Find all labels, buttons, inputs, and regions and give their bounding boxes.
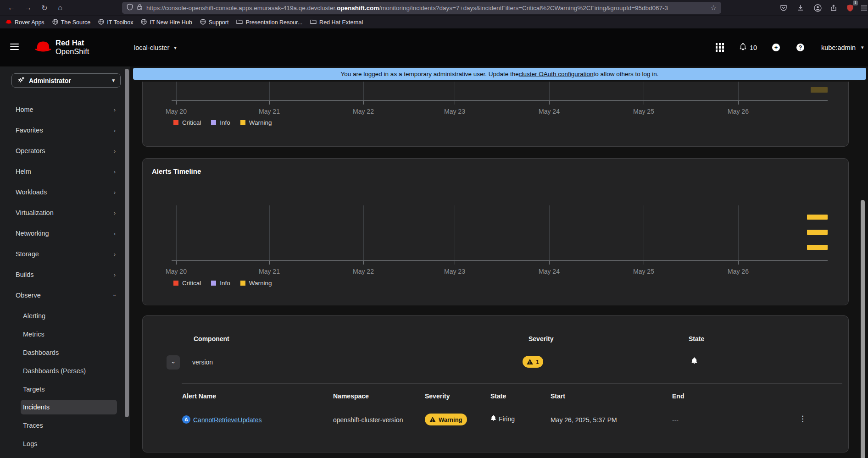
col-header-namespace: Namespace xyxy=(333,392,369,400)
x-tick: May 26 xyxy=(718,268,759,275)
sidebar-item-traces[interactable]: Traces xyxy=(23,420,115,431)
severity-warning-badge[interactable]: 1 xyxy=(523,356,543,368)
browser-menu-icon[interactable] xyxy=(859,3,868,13)
bookmark-it-toolbox[interactable]: IT Toolbox xyxy=(98,19,133,26)
alert-name-link[interactable]: CannotRetrieveUpdates xyxy=(193,416,262,424)
cogs-icon xyxy=(17,77,25,85)
oauth-config-link[interactable]: cluster OAuth configuration xyxy=(519,71,594,77)
reload-icon[interactable]: ↻ xyxy=(39,2,50,13)
adblock-shield-icon[interactable]: 1 xyxy=(845,3,855,13)
x-tick: May 21 xyxy=(249,268,290,275)
bookmark-it-new-hire-hub[interactable]: IT New Hire Hub xyxy=(141,19,192,26)
chevron-right-icon: › xyxy=(114,251,116,258)
chart-title: Alerts Timeline xyxy=(152,167,201,175)
chevron-right-icon: › xyxy=(114,148,116,155)
username: kube:admin xyxy=(821,44,856,51)
sidebar-item-storage[interactable]: Storage› xyxy=(16,248,118,259)
chevron-right-icon: › xyxy=(114,168,116,175)
chevron-right-icon: › xyxy=(114,230,116,237)
alert-bar-warning[interactable] xyxy=(807,245,828,250)
forward-icon[interactable]: → xyxy=(22,2,34,13)
alert-bar-warning[interactable] xyxy=(807,215,828,220)
chevron-right-icon: › xyxy=(114,271,116,278)
bookmark-presentation-resources-folder[interactable]: Presentation Resour... xyxy=(236,19,302,26)
sidebar-item-workloads[interactable]: Workloads› xyxy=(16,187,118,198)
sidebar-item-observe[interactable]: Observe› xyxy=(16,290,118,301)
tracking-shield-icon[interactable] xyxy=(127,4,133,12)
sidebar-scrollbar[interactable] xyxy=(125,69,129,417)
bookmark-the-source[interactable]: The Source xyxy=(52,19,91,26)
bookmark-rover-apps[interactable]: Rover Apps xyxy=(6,19,45,26)
sidebar-item-home[interactable]: Home› xyxy=(16,104,118,115)
account-icon[interactable] xyxy=(812,3,823,13)
sidebar-item-operators[interactable]: Operators› xyxy=(16,145,118,156)
cluster-selector[interactable]: local-cluster ▾ xyxy=(134,44,177,51)
expand-row-button[interactable]: › xyxy=(167,355,180,370)
sidebar-item-alerting[interactable]: Alerting xyxy=(23,310,115,321)
user-menu[interactable]: kube:admin ▾ xyxy=(821,28,864,66)
col-header-component: Component xyxy=(194,335,229,342)
col-header-state: State xyxy=(490,392,506,400)
globe-icon xyxy=(52,19,58,26)
x-tick: May 24 xyxy=(529,108,570,115)
warning-triangle-icon xyxy=(527,359,533,364)
bookmark-star-icon[interactable]: ☆ xyxy=(711,4,717,12)
sidebar-item-builds[interactable]: Builds› xyxy=(16,269,118,280)
folder-icon xyxy=(236,19,243,26)
chevron-right-icon: › xyxy=(114,127,116,134)
end-cell: --- xyxy=(672,416,679,424)
severity-warning-pill: Warning xyxy=(425,414,467,425)
incident-bar-warning-dimmed[interactable] xyxy=(811,87,828,93)
sidebar-item-logs[interactable]: Logs xyxy=(23,438,115,449)
chevron-right-icon: › xyxy=(114,106,116,113)
kebab-menu-icon[interactable]: ⋮ xyxy=(799,414,807,424)
bookmark-red-hat-external-folder[interactable]: Red Hat External xyxy=(310,19,363,26)
sidebar-item-targets[interactable]: Targets xyxy=(23,384,115,395)
col-header-alert-name: Alert Name xyxy=(182,392,216,400)
sidebar-item-metrics[interactable]: Metrics xyxy=(23,329,115,340)
help-button[interactable]: ? xyxy=(796,28,804,66)
login-banner: You are logged in as a temporary adminis… xyxy=(133,68,866,80)
warning-triangle-icon xyxy=(429,417,436,422)
main-scrollbar[interactable] xyxy=(861,200,865,458)
x-tick: May 20 xyxy=(156,268,197,275)
home-icon[interactable]: ⌂ xyxy=(54,2,66,13)
sidebar-item-virtualization[interactable]: Virtualization› xyxy=(16,207,118,218)
nav-toggle-icon[interactable] xyxy=(10,44,19,50)
downloads-icon[interactable] xyxy=(796,3,806,13)
lock-icon[interactable] xyxy=(137,4,143,12)
bookmark-support[interactable]: Support xyxy=(200,19,229,26)
alerts-timeline-card: Alerts Timeline May 20 May 21 May 22 May… xyxy=(142,158,849,305)
sidebar-item-incidents[interactable]: Incidents xyxy=(23,402,115,413)
pocket-icon[interactable] xyxy=(779,3,789,13)
col-header-severity: Severity xyxy=(425,392,450,400)
share-icon[interactable] xyxy=(829,3,839,13)
chevron-down-icon: › xyxy=(111,294,118,296)
add-button[interactable]: + xyxy=(772,28,780,66)
chevron-right-icon: › xyxy=(114,210,116,216)
x-tick: May 22 xyxy=(343,108,384,115)
x-tick: May 21 xyxy=(249,108,290,115)
notifications-button[interactable]: 10 xyxy=(740,28,757,66)
sidebar-item-dashboards-perses[interactable]: Dashboards (Perses) xyxy=(23,365,115,376)
url-bar[interactable]: https://console-openshift-console.apps.e… xyxy=(122,2,721,14)
apps-grid-icon[interactable] xyxy=(716,28,724,66)
main-content: You are logged in as a temporary adminis… xyxy=(130,66,868,458)
chart-legend: Critical Info Warning xyxy=(173,280,272,287)
perspective-switcher[interactable]: Administrator ▾ xyxy=(11,73,121,88)
globe-icon xyxy=(98,19,104,26)
sidebar-item-favorites[interactable]: Favorites› xyxy=(16,125,118,136)
globe-icon xyxy=(200,19,206,26)
sidebar-item-networking[interactable]: Networking› xyxy=(16,228,118,239)
bookmarks-bar: Rover Apps The Source IT Toolbox IT New … xyxy=(0,16,868,28)
sidebar-item-helm[interactable]: Helm› xyxy=(16,166,118,177)
brand-line1: Red Hat xyxy=(56,39,89,47)
warning-swatch xyxy=(240,281,245,286)
x-tick: May 20 xyxy=(156,108,197,115)
sidebar-item-dashboards[interactable]: Dashboards xyxy=(23,347,115,358)
masthead: Red Hat OpenShift local-cluster ▾ 10 + ?… xyxy=(0,28,868,66)
back-icon[interactable]: ← xyxy=(6,2,17,13)
adblock-badge: 1 xyxy=(853,0,858,6)
component-cell: version xyxy=(192,359,213,366)
alert-bar-warning[interactable] xyxy=(807,230,828,235)
